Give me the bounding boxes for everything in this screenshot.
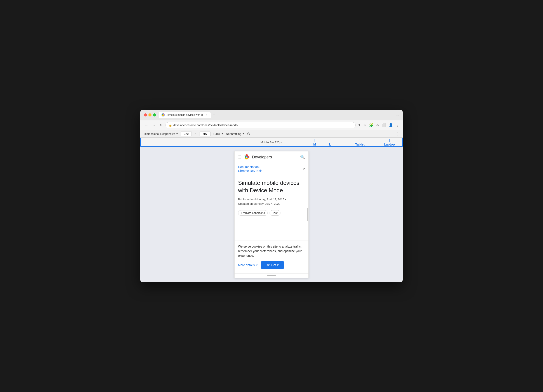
address-bar: ← → ↻ 🔒 developer.chrome.com/docs/devtoo… [140, 120, 403, 130]
article-tags: Emulate conditions Test [238, 210, 305, 216]
menu-icon[interactable]: ⋮ [396, 123, 399, 127]
traffic-lights [144, 113, 156, 117]
tag-emulate[interactable]: Emulate conditions [238, 210, 268, 216]
article-title: Simulate mobile devices with Device Mode [238, 179, 305, 194]
zoom-arrow-icon: ▼ [221, 133, 223, 135]
breadcrumb-devtools[interactable]: Chrome DevTools [238, 169, 262, 173]
scroll-indicator[interactable] [307, 208, 308, 221]
dimensions-label: Dimensions: Responsive [144, 132, 175, 135]
breakpoint-tablet: ↑ Tablet [355, 138, 365, 146]
back-button[interactable]: ← [144, 123, 149, 128]
site-title: Developers [252, 155, 298, 160]
share-icon[interactable]: ⬆ [358, 123, 361, 127]
tab-bar: Simulate mobile devices with D × + ⌄ [159, 112, 399, 118]
mobile-header: ☰ Developers 🔍 [235, 151, 308, 163]
cookie-actions: More details ↗ Ok, Got it. [238, 261, 305, 269]
chrome-logo [244, 154, 250, 160]
breadcrumb-documentation[interactable]: Documentation › [238, 165, 262, 169]
throttle-label: No throttling [226, 132, 241, 135]
minimize-button[interactable] [148, 113, 152, 117]
tab-favicon [161, 113, 165, 117]
external-link-icon: ↗ [255, 263, 258, 267]
ok-got-it-button[interactable]: Ok, Got it. [261, 261, 284, 269]
breakpoint-m: ↑ M [313, 138, 316, 146]
article-content: Simulate mobile devices with Device Mode… [235, 175, 308, 241]
responsive-bar-container: Mobile S – 320px ↑ M ↑ L ↑ Tablet [140, 138, 403, 147]
article-meta: Published on Monday, April 13, 2015 • Up… [238, 197, 305, 207]
tag-test[interactable]: Test [270, 210, 280, 216]
dimensions-arrow-icon: ▼ [176, 133, 178, 135]
toolbar-icons: ⬆ ☆ 🧩 ⚠ ⬜ 👤 ⋮ [358, 123, 399, 127]
updated-date: Updated on Monday, July 4, 2022 [238, 202, 305, 206]
reload-button[interactable]: ↻ [159, 123, 163, 128]
throttle-dropdown[interactable]: No throttling ▼ [226, 132, 244, 135]
more-options-button[interactable]: ⋮ [395, 131, 399, 136]
address-input[interactable]: 🔒 developer.chrome.com/docs/devtools/dev… [165, 122, 356, 128]
svg-point-5 [246, 157, 248, 158]
tab-close-icon[interactable]: × [205, 113, 208, 117]
cookie-banner: We serve cookies on this site to analyze… [235, 241, 308, 273]
account-icon[interactable]: 👤 [389, 123, 393, 127]
viewport-label: Mobile S – 320px [260, 141, 283, 144]
new-tab-button[interactable]: + [212, 113, 217, 117]
lock-icon: 🔒 [169, 124, 172, 127]
breadcrumb: Documentation › Chrome DevTools [238, 165, 262, 173]
content-area: ☰ Developers 🔍 [140, 147, 403, 282]
dimension-separator: × [194, 132, 197, 135]
search-icon[interactable]: 🔍 [300, 155, 305, 160]
active-tab[interactable]: Simulate mobile devices with D × [159, 112, 211, 118]
more-details-link[interactable]: More details ↗ [238, 263, 258, 267]
forward-button[interactable]: → [151, 123, 157, 128]
zoom-dropdown[interactable]: 100% ▼ [213, 132, 223, 135]
maximize-button[interactable] [153, 113, 156, 117]
breadcrumb-arrow-icon: › [260, 165, 260, 168]
width-input[interactable] [181, 132, 192, 136]
mobile-frame: ☰ Developers 🔍 [234, 151, 309, 278]
fullscreen-icon[interactable]: ⬜ [382, 123, 386, 127]
zoom-label: 100% [213, 132, 220, 135]
mobile-bottom-bar [235, 273, 308, 278]
dimensions-dropdown[interactable]: Dimensions: Responsive ▼ [144, 132, 178, 135]
bottom-handle [267, 275, 276, 276]
browser-window: Simulate mobile devices with D × + ⌄ ← →… [140, 110, 403, 282]
tab-title: Simulate mobile devices with D [167, 113, 203, 117]
height-input[interactable] [200, 132, 210, 136]
svg-point-2 [163, 114, 164, 116]
cookie-text: We serve cookies on this site to analyze… [238, 244, 305, 258]
title-bar: Simulate mobile devices with D × + ⌄ [140, 110, 403, 120]
breakpoint-laptop: ↑ Laptop [384, 138, 395, 146]
breadcrumb-nav: Documentation › Chrome DevTools ↗ [235, 163, 308, 175]
breakpoint-l: ↑ L [329, 138, 331, 146]
svg-point-6 [246, 154, 248, 156]
published-date: Published on Monday, April 13, 2015 • [238, 197, 305, 202]
responsive-bar: Mobile S – 320px ↑ M ↑ L ↑ Tablet [141, 138, 402, 146]
hamburger-icon[interactable]: ☰ [238, 155, 242, 160]
throttle-arrow-icon: ▼ [242, 133, 244, 135]
url-text: developer.chrome.com/docs/devtools/devic… [173, 123, 352, 127]
network-icon[interactable]: ⊘ [247, 131, 250, 136]
profile-icon[interactable]: ⚠ [376, 123, 379, 127]
share-icon[interactable]: ↗ [302, 167, 305, 171]
extensions-icon[interactable]: 🧩 [369, 123, 373, 127]
tab-list-button[interactable]: ⌄ [396, 112, 399, 117]
close-button[interactable] [144, 113, 147, 117]
devtools-toolbar: Dimensions: Responsive ▼ × 100% ▼ No thr… [140, 130, 403, 138]
bookmark-icon[interactable]: ☆ [363, 123, 366, 127]
